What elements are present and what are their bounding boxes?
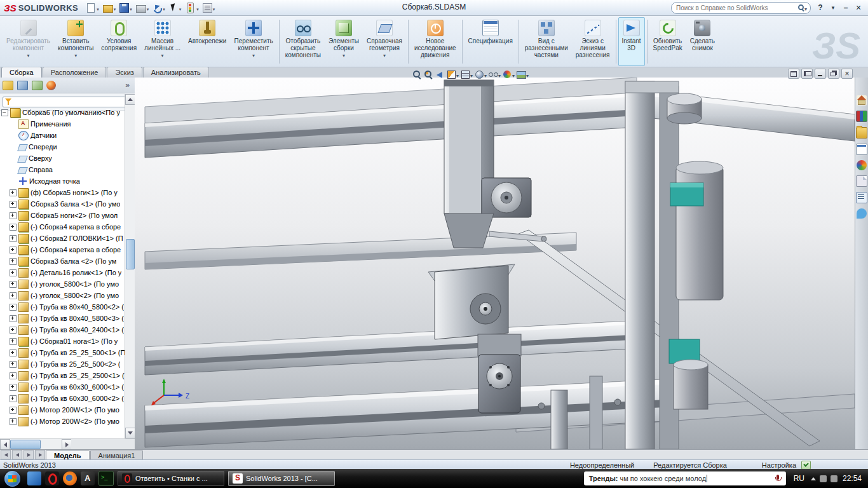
file-explorer-icon[interactable] <box>856 127 867 139</box>
expander-icon[interactable] <box>10 212 17 219</box>
edit-component-button[interactable]: Редактировать компонент <box>3 17 54 66</box>
dropdown-arrow-icon[interactable] <box>470 69 473 80</box>
mates-button[interactable]: Условия сопряжения <box>97 17 140 66</box>
insert-components-button[interactable]: Вставить компоненты <box>54 17 97 66</box>
feature-tree-item[interactable]: (-) уголок_5800<2> (По умо <box>0 290 125 301</box>
filter-input[interactable] <box>3 97 132 107</box>
tab-evaluate[interactable]: Анализировать <box>143 67 209 78</box>
select-button[interactable] <box>168 1 183 14</box>
feature-tree-item[interactable]: (-) Труба кв 80x40_5800<3> ( <box>0 313 125 324</box>
feature-tree-item[interactable]: (-) Сборка4 каретка в сборе <box>0 244 125 255</box>
edit-appearance-button[interactable] <box>502 69 515 80</box>
feature-tree-item[interactable]: (-) Сборка2 ГОЛОВКИ<1> (П <box>0 233 125 244</box>
features-tab-icon[interactable] <box>3 81 13 90</box>
dropdown-arrow-icon[interactable] <box>383 51 386 57</box>
smart-fasteners-button[interactable]: Автокрепежи <box>184 17 230 66</box>
feature-tree-item[interactable]: (-) Мотор 200W<1> (По умо <box>0 404 125 416</box>
tree-horizontal-scrollbar[interactable] <box>0 438 71 449</box>
network-icon[interactable] <box>820 475 827 482</box>
motion-study-button[interactable]: Новое исследование движения <box>410 17 460 66</box>
dropdown-arrow-icon[interactable] <box>74 51 77 57</box>
scroll-right-button[interactable] <box>62 439 72 450</box>
feature-tree-item[interactable]: Сборка6 (По умолчанию<По у <box>0 107 125 118</box>
expander-icon[interactable] <box>1 109 8 116</box>
bom-button[interactable]: Спецификация <box>465 17 517 66</box>
expander-icon[interactable] <box>10 384 17 391</box>
dropdown-arrow-icon[interactable] <box>196 2 199 13</box>
dropdown-arrow-icon[interactable] <box>498 69 501 80</box>
undo-button[interactable] <box>151 1 166 14</box>
expander-icon[interactable] <box>10 349 17 356</box>
feature-tree-item[interactable]: (-) Труба кв 80x40_2400<1> ( <box>0 324 125 336</box>
console-icon[interactable] <box>98 471 114 486</box>
tab-assembly[interactable]: Сборка <box>1 67 42 78</box>
tab-sketch[interactable]: Эскиз <box>107 67 142 78</box>
section-view-button[interactable] <box>446 69 459 80</box>
expander-icon[interactable] <box>10 224 17 231</box>
dropdown-arrow-icon[interactable] <box>96 2 99 13</box>
feature-tree-item[interactable]: (-) Труба кв 25_25_2500<1> ( <box>0 370 125 381</box>
filter-funnel-icon[interactable] <box>5 98 11 105</box>
restore-doc-button[interactable] <box>828 69 839 79</box>
expander-icon[interactable] <box>10 361 17 368</box>
dropdown-arrow-icon[interactable] <box>212 2 215 13</box>
help-search-input[interactable] <box>675 4 798 12</box>
instant3d-button[interactable]: Instant 3D <box>618 17 645 66</box>
start-button[interactable] <box>4 471 20 487</box>
scroll-up-button[interactable] <box>125 94 135 105</box>
expander-icon[interactable] <box>10 269 17 276</box>
expand-panel-chevrons-icon[interactable] <box>125 81 132 90</box>
expander-icon[interactable] <box>10 235 17 242</box>
feature-tree-item[interactable]: Спереди <box>0 141 125 152</box>
explorer-icon[interactable] <box>27 471 41 485</box>
tray-expand-icon[interactable] <box>811 477 816 480</box>
feature-tree-item[interactable]: Сборка3 балка <1> (По умо <box>0 198 125 210</box>
expander-icon[interactable] <box>10 247 17 254</box>
expander-icon[interactable] <box>10 201 17 208</box>
minimize-doc-button[interactable] <box>815 69 826 79</box>
scroll-down-button[interactable] <box>125 428 135 438</box>
close-doc-button[interactable] <box>841 69 853 79</box>
dropdown-arrow-icon[interactable] <box>456 69 459 80</box>
resources-icon[interactable] <box>857 95 867 105</box>
exploded-view-button[interactable]: Вид с разнесенными частями <box>521 17 572 66</box>
minimize-button[interactable] <box>840 3 851 13</box>
view-orientation-button[interactable] <box>460 69 473 80</box>
appearances-icon[interactable] <box>857 160 867 170</box>
scroll-left-button[interactable] <box>0 439 10 450</box>
aimp-icon[interactable] <box>81 471 95 485</box>
dropdown-arrow-icon[interactable] <box>146 2 149 13</box>
linear-pattern-button[interactable]: Массив линейных ... <box>140 17 184 66</box>
decals-icon[interactable] <box>856 175 867 187</box>
settings-label[interactable]: Настройка <box>762 461 796 469</box>
feature-tree-item[interactable]: Справа <box>0 164 125 175</box>
language-indicator[interactable]: RU <box>794 474 804 483</box>
feature-tree-item[interactable]: Датчики <box>0 130 125 141</box>
dropdown-arrow-icon[interactable] <box>252 51 255 57</box>
feature-tree-item[interactable]: (-) Деталь16 ролик<1> (По у <box>0 267 125 278</box>
zoom-area-button[interactable] <box>423 69 433 79</box>
taskbar-task-button[interactable]: Ответить • Станки с ... <box>118 471 224 486</box>
dropdown-arrow-icon[interactable] <box>27 51 30 57</box>
expander-icon[interactable] <box>10 281 17 288</box>
dropdown-arrow-icon[interactable] <box>162 2 165 13</box>
expander-icon[interactable] <box>10 258 17 265</box>
last-tab-button[interactable] <box>35 450 45 459</box>
assembly-features-button[interactable]: Элементы сборки <box>325 17 363 66</box>
forum-icon[interactable] <box>857 208 867 219</box>
reference-geometry-button[interactable]: Справочная геометрия <box>363 17 406 66</box>
dropdown-arrow-icon[interactable] <box>526 69 529 80</box>
zoom-fit-button[interactable] <box>412 69 422 79</box>
snapshot-button[interactable]: Сделать снимок <box>686 17 719 66</box>
expander-icon[interactable] <box>10 372 17 379</box>
expander-icon[interactable] <box>10 327 17 334</box>
first-tab-button[interactable] <box>1 450 11 459</box>
tab-layout[interactable]: Расположение <box>43 67 107 78</box>
dropdown-arrow-icon[interactable] <box>484 69 487 80</box>
scrollbar-thumb[interactable] <box>10 440 41 449</box>
feature-tree-item[interactable]: (-) Труба кв 25_25_500<2> ( <box>0 358 125 370</box>
dropdown-arrow-icon[interactable] <box>113 2 116 13</box>
feature-tree-item[interactable]: (-) Труба кв 80x40_5800<2> ( <box>0 301 125 313</box>
feature-tree-item[interactable]: (ф) Сборка5 ноги<1> (По у <box>0 187 125 198</box>
opera-icon[interactable] <box>45 471 59 485</box>
